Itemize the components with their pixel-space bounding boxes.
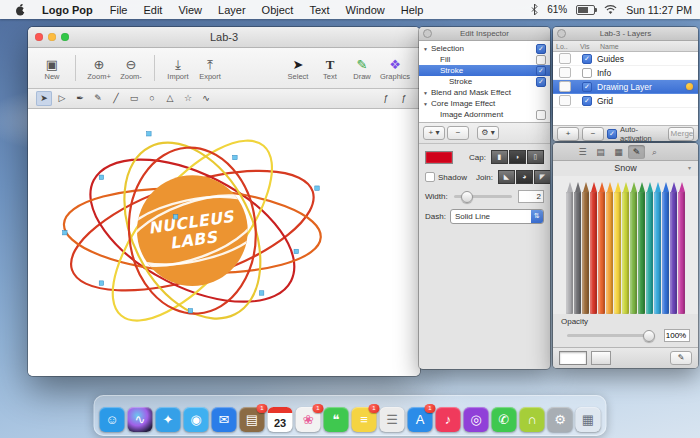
pencil-swatch[interactable]	[566, 182, 573, 314]
add-effect-button[interactable]: + ▾	[423, 126, 445, 140]
image-palettes-button[interactable]: ▦	[610, 145, 627, 159]
disclosure-triangle-icon[interactable]: ▼	[423, 46, 429, 52]
search-button[interactable]: ⌕	[646, 145, 663, 159]
pencil-tool[interactable]: ✎	[90, 91, 106, 106]
inspector-row-checkbox[interactable]: ✓	[536, 44, 546, 54]
toolbar-button-draw[interactable]: ✎Draw	[348, 56, 376, 81]
inspector-close-button[interactable]	[423, 29, 432, 38]
menu-item-window[interactable]: Window	[338, 4, 393, 16]
selection-handle[interactable]	[315, 186, 319, 190]
disclosure-triangle-icon[interactable]: ▼	[423, 101, 429, 107]
logo-artwork[interactable]: NUCLEUSLABS	[28, 109, 420, 376]
toolbar-button-import[interactable]: ⤓Import	[164, 56, 192, 81]
line-tool[interactable]: ╱	[108, 91, 124, 106]
opacity-slider-knob[interactable]	[643, 330, 655, 342]
toolbar-button-graphics[interactable]: ❖Graphics	[380, 56, 410, 81]
dock-item-podcasts[interactable]: ◎	[464, 407, 489, 432]
star-tool[interactable]: ☆	[180, 91, 196, 106]
close-button[interactable]	[35, 33, 43, 41]
apple-menu[interactable]	[8, 3, 33, 16]
inspector-row-selection[interactable]: ▼Selection✓	[419, 43, 550, 54]
menu-item-edit[interactable]: Edit	[135, 4, 170, 16]
bevel-join-button[interactable]: ◤	[534, 170, 550, 184]
wifi-icon[interactable]	[604, 5, 617, 15]
layer-row-grid[interactable]: ✓Grid	[553, 94, 698, 108]
battery-icon[interactable]	[576, 5, 595, 15]
path-function-a-tool[interactable]: ƒ	[378, 91, 394, 106]
inspector-row-checkbox[interactable]	[536, 110, 546, 120]
selection-handle[interactable]	[259, 291, 263, 295]
bluetooth-icon[interactable]	[531, 4, 538, 15]
selection-handle[interactable]	[99, 175, 103, 179]
dock-item-app-store[interactable]: A1	[408, 407, 433, 432]
dock-item-mail[interactable]: ✉	[212, 407, 237, 432]
layer-lock-button[interactable]	[559, 67, 571, 78]
inspector-row-fill[interactable]: Fill	[419, 54, 550, 65]
layers-titlebar[interactable]: Lab-3 - Layers	[553, 27, 698, 41]
inspector-row-checkbox[interactable]: ✓	[536, 66, 546, 76]
pencil-swatch[interactable]	[582, 182, 589, 314]
shadow-checkbox[interactable]	[425, 172, 435, 182]
stroke-color-well[interactable]	[425, 151, 453, 164]
add-layer-button[interactable]: +	[557, 127, 579, 141]
pencil-swatch[interactable]	[614, 182, 621, 314]
pencil-swatch[interactable]	[670, 182, 677, 314]
inspector-row-blend-and-mask-effect[interactable]: ▼Blend and Mask Effect	[419, 87, 550, 98]
pencil-swatch[interactable]	[638, 182, 645, 314]
menu-item-logo-pop[interactable]: Logo Pop	[33, 4, 102, 16]
round-cap-button[interactable]: ◗	[509, 150, 526, 164]
inspector-row-core-image-effect[interactable]: ▼Core Image Effect	[419, 98, 550, 109]
butt-cap-button[interactable]: ▮	[491, 150, 508, 164]
opacity-slider[interactable]	[567, 334, 653, 337]
disclosure-triangle-icon[interactable]: ▼	[423, 90, 429, 96]
toolbar-button-zoom[interactable]: ⊖Zoom-	[117, 56, 145, 81]
selection-handle[interactable]	[147, 132, 151, 136]
inspector-titlebar[interactable]: Edit Inspector	[419, 27, 550, 41]
toolbar-button-zoom[interactable]: ⊕Zoom+	[85, 56, 113, 81]
dock-item-notes[interactable]: ≡1	[352, 407, 377, 432]
pencil-swatch[interactable]	[622, 182, 629, 314]
auto-activation-checkbox[interactable]: ✓	[607, 129, 617, 139]
layer-lock-button[interactable]	[559, 81, 571, 92]
remove-effect-button[interactable]: −	[447, 126, 469, 140]
layer-visibility-checkbox[interactable]: ✓	[582, 82, 592, 92]
layer-row-drawing-layer[interactable]: ✓Drawing Layer	[553, 80, 698, 94]
color-palettes-button[interactable]: ▤	[592, 145, 609, 159]
zoom-button[interactable]	[61, 33, 69, 41]
selection-handle[interactable]	[63, 230, 67, 234]
pencil-palette[interactable]	[553, 176, 698, 314]
toolbar-button-export[interactable]: ⤒Export	[196, 56, 224, 81]
selection-handle[interactable]	[294, 249, 298, 253]
dock-item-launchpad[interactable]: ✦	[156, 407, 181, 432]
selection-handle[interactable]	[99, 281, 103, 285]
width-slider-knob[interactable]	[461, 191, 473, 203]
round-join-button[interactable]: ◕	[516, 170, 533, 184]
selection-handle[interactable]	[173, 215, 177, 219]
dock-item-photos[interactable]: ❀1	[296, 407, 321, 432]
path-function-b-tool[interactable]: ƒ	[396, 91, 412, 106]
ellipse-tool[interactable]: ○	[144, 91, 160, 106]
inspector-row-stroke[interactable]: Stroke✓	[419, 65, 550, 76]
pencil-swatch[interactable]	[598, 182, 605, 314]
projecting-cap-button[interactable]: ▯	[527, 150, 544, 164]
layers-close-button[interactable]	[557, 29, 566, 38]
menu-item-view[interactable]: View	[170, 4, 210, 16]
rectangle-tool[interactable]: ▭	[126, 91, 142, 106]
dash-dropdown[interactable]: Solid Line ⇅	[450, 209, 544, 224]
palette-name-dropdown[interactable]: Snow ▾	[553, 161, 698, 176]
pencil-swatch[interactable]	[630, 182, 637, 314]
selection-handle[interactable]	[233, 155, 237, 159]
color-sliders-button[interactable]: ☰	[574, 145, 591, 159]
pencil-swatch[interactable]	[654, 182, 661, 314]
dock-item-siri[interactable]: ∿	[128, 407, 153, 432]
layer-lock-button[interactable]	[559, 95, 571, 106]
dock-item-facetime[interactable]: ✆	[492, 407, 517, 432]
inspector-row-checkbox[interactable]: ✓	[536, 77, 546, 87]
menu-clock[interactable]: Sun 11:27 PM	[626, 4, 692, 16]
selection-handle[interactable]	[188, 309, 192, 313]
dock-item-music[interactable]: ♪	[436, 407, 461, 432]
pencil-swatch[interactable]	[590, 182, 597, 314]
pencils-button[interactable]: ✎	[628, 145, 645, 159]
inspector-row-checkbox[interactable]	[536, 55, 546, 65]
dock-item-android-file-transfer[interactable]: ∩	[520, 407, 545, 432]
